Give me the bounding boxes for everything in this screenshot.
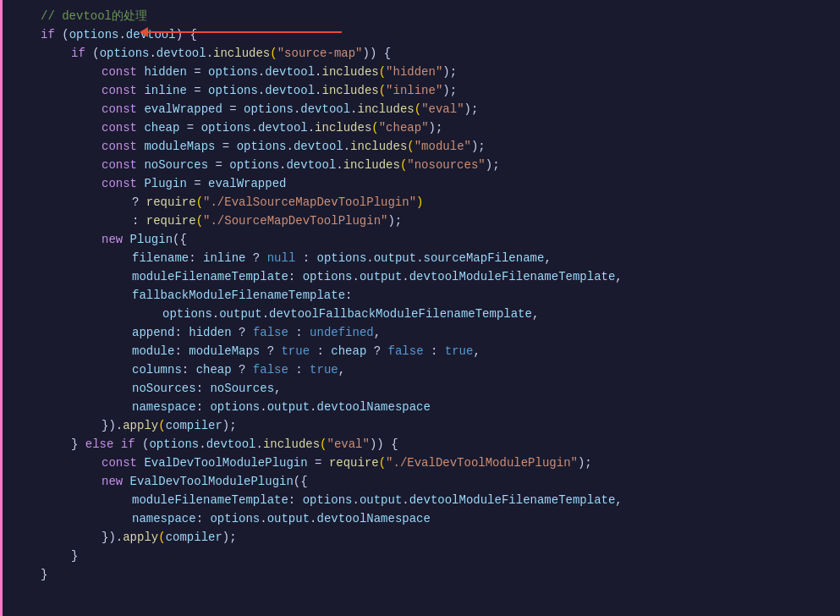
code-line: }).apply(compiler);	[0, 416, 840, 435]
token: output	[360, 270, 402, 283]
line-content: ? require("./EvalSourceMapDevToolPlugin"…	[132, 193, 423, 212]
token: fallbackModuleFilenameTemplate	[132, 289, 345, 302]
token: .	[402, 493, 409, 507]
token: ,	[274, 382, 281, 395]
token: namespace	[132, 400, 196, 414]
token: ?	[245, 251, 266, 265]
token: devtoolNamespace	[316, 512, 430, 525]
code-line: noSources: noSources,	[0, 379, 840, 398]
token: evalWrapped	[208, 177, 286, 190]
token: includes	[350, 140, 407, 153]
token: moduleMaps	[137, 140, 215, 153]
line-content: columns: cheap ? false : true,	[132, 360, 345, 379]
code-line: filename: inline ? null : options.output…	[0, 249, 840, 267]
token: cheap	[196, 363, 232, 377]
token: false	[253, 363, 288, 377]
token: =	[308, 456, 329, 470]
token: new	[102, 475, 123, 488]
token: .	[366, 251, 373, 265]
token: compiler	[166, 531, 222, 544]
code-line: moduleFilenameTemplate: options.output.d…	[0, 267, 840, 286]
token: "./EvalSourceMapDevToolPlugin"	[203, 195, 416, 209]
token: (	[270, 47, 277, 60]
token: :	[132, 214, 146, 228]
token: }).	[102, 531, 123, 544]
token: (	[371, 121, 378, 135]
token: noSources	[210, 382, 274, 395]
token: =	[179, 121, 200, 135]
token: .	[343, 140, 350, 153]
token: (	[135, 437, 150, 451]
token: output	[374, 251, 416, 265]
token: ,	[615, 493, 622, 507]
line-content: const evalWrapped = options.devtool.incl…	[102, 100, 478, 118]
token: .	[286, 140, 293, 153]
token: .	[260, 512, 266, 525]
token: inline	[137, 84, 187, 97]
token: output	[267, 400, 310, 414]
code-line: const Plugin = evalWrapped	[0, 174, 840, 193]
token: );	[387, 214, 402, 228]
token: includes	[213, 47, 270, 60]
token: hidden	[137, 65, 187, 79]
line-content: module: moduleMaps ? true : cheap ? fals…	[132, 342, 480, 360]
sidebar-accent	[0, 0, 3, 616]
token: noSources	[132, 382, 196, 395]
token: options	[100, 47, 150, 60]
token: (	[379, 65, 386, 79]
code-editor: // devtool的处理if (options.devtool) {if (o…	[0, 0, 840, 616]
code-line: const EvalDevToolModulePlugin = require(…	[0, 454, 840, 472]
token: sourceMapFilename	[424, 251, 545, 265]
line-content: }).apply(compiler);	[102, 416, 237, 435]
token: Plugin	[123, 233, 173, 246]
token: true	[445, 344, 474, 358]
token: }	[71, 549, 78, 563]
token: includes	[321, 65, 378, 79]
token: "inline"	[386, 84, 442, 97]
token: .	[350, 102, 357, 116]
code-lines: // devtool的处理if (options.devtool) {if (o…	[0, 7, 840, 584]
token: "./EvalDevToolModulePlugin"	[386, 456, 578, 470]
line-content: new EvalDevToolModulePlugin({	[102, 472, 308, 491]
token: =	[215, 140, 236, 153]
line-content: append: hidden ? false : undefined,	[132, 323, 381, 342]
token: :	[288, 493, 303, 507]
token: includes	[321, 84, 378, 97]
token: :	[174, 344, 189, 358]
token: .	[212, 307, 219, 321]
token: ,	[374, 326, 381, 339]
token: .	[352, 270, 359, 283]
token: options	[210, 512, 260, 525]
token: options	[244, 102, 294, 116]
token: }	[71, 437, 85, 451]
token: false	[388, 344, 424, 358]
token: else if	[85, 437, 135, 451]
token: moduleMaps	[189, 344, 260, 358]
token: .	[260, 400, 266, 414]
token: );	[222, 419, 237, 432]
code-line: const inline = options.devtool.includes(…	[0, 81, 840, 100]
token: ,	[473, 344, 480, 358]
token: const	[102, 84, 137, 97]
token: module	[132, 344, 174, 358]
token: const	[102, 102, 137, 116]
token: "cheap"	[379, 121, 429, 135]
token: inline	[203, 251, 245, 265]
token: :	[424, 344, 445, 358]
token: =	[208, 158, 229, 172]
token: options	[229, 158, 279, 172]
code-line: if (options.devtool.includes("source-map…	[0, 44, 840, 63]
token: :	[310, 344, 331, 358]
token: =	[187, 177, 208, 190]
token: new	[102, 233, 123, 246]
token: (	[415, 102, 421, 116]
token: "hidden"	[386, 65, 442, 79]
line-content: if (options.devtool.includes("source-map…	[71, 44, 391, 63]
token: output	[267, 512, 310, 525]
token: moduleFilenameTemplate	[132, 270, 288, 283]
token: .	[336, 158, 343, 172]
token: (	[379, 456, 386, 470]
code-line: }).apply(compiler);	[0, 528, 840, 547]
code-line: }	[0, 547, 840, 565]
token: :	[182, 363, 196, 377]
